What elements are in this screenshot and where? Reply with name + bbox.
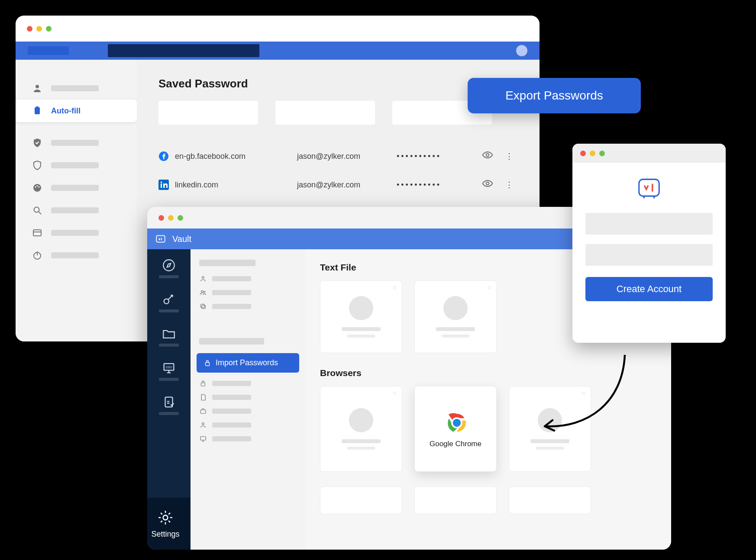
import-tile-chrome[interactable]: Google Chrome [414, 386, 497, 472]
svg-rect-30 [201, 304, 204, 308]
nav-item-settings[interactable]: Settings [147, 498, 191, 550]
signup-input[interactable] [585, 244, 713, 266]
sidebar-item-search[interactable] [16, 199, 137, 222]
magnifier-icon [32, 205, 42, 216]
sidebar-item-account[interactable] [16, 77, 137, 100]
sso-icon: SSO [162, 360, 176, 375]
nav-label: Settings [151, 530, 179, 539]
row-menu-button[interactable]: ⋮ [501, 142, 518, 171]
maximize-icon[interactable] [599, 151, 605, 156]
close-icon[interactable] [580, 151, 586, 156]
star-icon: ☆ [392, 390, 397, 396]
svg-point-17 [161, 181, 162, 183]
shield-icon [32, 160, 42, 171]
compass-icon [162, 258, 176, 273]
sidebar-item-appearance[interactable] [16, 177, 137, 199]
subnav-item[interactable] [199, 407, 297, 415]
maximize-icon[interactable] [46, 26, 52, 32]
facebook-icon [158, 151, 169, 161]
sidebar-item-autofill[interactable]: Auto-fill [16, 100, 137, 122]
nav-item-sso[interactable]: SSO [159, 360, 179, 381]
import-tile[interactable]: ☆ [320, 280, 402, 353]
folder-icon [162, 326, 176, 341]
import-tile[interactable] [320, 486, 402, 514]
import-tile[interactable]: ☆ [414, 280, 497, 353]
vault-logo-icon [155, 233, 166, 245]
person-outline-icon [199, 421, 207, 429]
passwords-table: en-gb.facebook.com jason@zylker.com ••••… [158, 142, 518, 199]
minimize-icon[interactable] [590, 151, 595, 156]
nav-item-dashboard[interactable] [159, 258, 179, 278]
subnav-item[interactable] [199, 289, 297, 296]
site-cell: en-gb.facebook.com [175, 152, 246, 161]
svg-point-0 [36, 85, 39, 88]
import-tile[interactable]: ☆ [509, 386, 591, 472]
nav-item-passwords[interactable] [159, 292, 179, 312]
svg-rect-1 [35, 107, 40, 114]
address-bar[interactable] [108, 44, 259, 57]
subnav-item[interactable] [199, 303, 297, 310]
sidebar-item-security[interactable] [16, 154, 137, 177]
reveal-password-button[interactable] [475, 171, 501, 199]
chrome-icon [443, 409, 468, 434]
clipboard-check-icon [162, 395, 176, 409]
chrome-toolbar [16, 42, 540, 60]
import-tile[interactable]: ☆ [320, 386, 402, 472]
lock-icon [204, 359, 211, 367]
copy-icon [199, 303, 207, 310]
power-icon [32, 250, 42, 261]
nav-item-audit[interactable] [159, 395, 179, 415]
close-icon[interactable] [158, 215, 164, 221]
person-icon [32, 83, 42, 93]
svg-point-34 [202, 423, 204, 425]
vault-logo [572, 175, 726, 202]
sidebar-item-privacy[interactable] [16, 132, 137, 154]
star-icon: ☆ [392, 284, 397, 291]
subnav-item[interactable] [199, 380, 297, 387]
svg-rect-35 [200, 437, 206, 440]
vault-nav: SSO Settings [147, 249, 191, 550]
table-row[interactable]: en-gb.facebook.com jason@zylker.com ••••… [158, 142, 518, 171]
svg-point-28 [204, 291, 205, 293]
svg-point-5 [37, 185, 38, 187]
site-cell: linkedin.com [175, 180, 218, 190]
create-account-button[interactable]: Create Account [585, 277, 713, 301]
subnav-item[interactable] [199, 435, 297, 443]
window-controls [572, 144, 726, 163]
eye-icon [482, 149, 493, 161]
svg-point-27 [201, 291, 204, 293]
maximize-icon[interactable] [178, 215, 183, 221]
key-icon [162, 292, 176, 307]
svg-point-26 [202, 277, 204, 279]
import-tile[interactable] [509, 486, 591, 514]
import-tile[interactable] [414, 486, 497, 514]
subnav-item[interactable] [199, 275, 297, 283]
svg-rect-2 [36, 106, 39, 108]
close-icon[interactable] [27, 26, 32, 32]
sidebar-item-onstartup[interactable] [16, 244, 137, 267]
nav-item-folders[interactable] [159, 326, 179, 347]
document-icon [199, 393, 207, 401]
tile-label: Google Chrome [430, 440, 481, 448]
subnav-item[interactable] [199, 421, 297, 429]
subnav-item[interactable] [199, 393, 297, 401]
row-menu-button[interactable]: ⋮ [501, 171, 518, 199]
user-icon [199, 275, 207, 283]
linkedin-icon [158, 180, 169, 190]
table-row[interactable]: linkedin.com jason@zylker.com ••••••••••… [158, 171, 518, 199]
svg-rect-32 [201, 383, 205, 386]
import-passwords-button[interactable]: Import Passwords [197, 353, 299, 373]
vault-subnav: Import Passwords [191, 249, 305, 550]
user-cell: jason@zylker.com [297, 142, 397, 171]
minimize-icon[interactable] [36, 26, 42, 32]
svg-point-7 [34, 207, 39, 212]
profile-avatar[interactable] [516, 45, 527, 56]
minimize-icon[interactable] [168, 215, 174, 221]
export-passwords-button[interactable]: Export Passwords [468, 78, 641, 113]
signup-input[interactable] [585, 213, 713, 235]
svg-rect-16 [161, 183, 162, 188]
reveal-password-button[interactable] [475, 142, 501, 171]
svg-point-25 [163, 515, 168, 520]
svg-rect-29 [202, 305, 205, 309]
sidebar-item-default[interactable] [16, 222, 137, 244]
